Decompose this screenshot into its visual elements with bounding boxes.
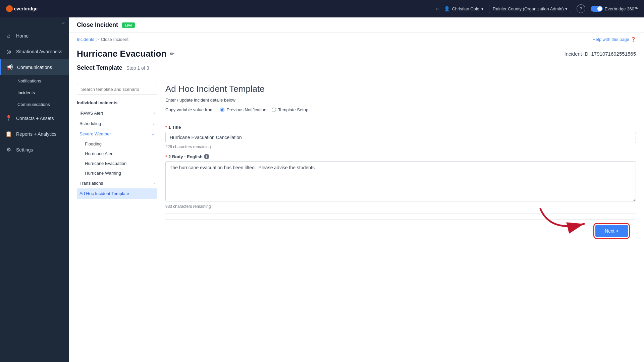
incident-title-text: Hurricane Evacuation: [77, 49, 166, 59]
radio-input-previous[interactable]: [220, 108, 224, 112]
sidebar-sub-notifications[interactable]: Notifications: [0, 75, 69, 87]
radio-label-previous: Previous Notification: [226, 107, 266, 112]
tree-child-flooding[interactable]: Flooding: [82, 139, 157, 149]
bottom-divider: [165, 214, 636, 214]
select-template-label: Select Template: [77, 64, 122, 71]
tree-item-severe-weather[interactable]: Severe Weather ⌄: [77, 129, 157, 139]
body-textarea[interactable]: The hurricane evacuation has been lifted…: [165, 161, 636, 201]
breadcrumb-incidents[interactable]: Incidents: [77, 37, 94, 42]
radio-label-template: Template Setup: [278, 107, 308, 112]
home-icon: ⌂: [5, 33, 12, 39]
right-panel: Ad Hoc Incident Template Enter / update …: [165, 84, 636, 242]
sidebar-label-reports-analytics: Reports + Analytics: [16, 131, 56, 137]
body-chars-remaining: 930 characters remaining: [165, 204, 636, 209]
page-title-row: Hurricane Evacuation ✏ Incident ID: 1791…: [69, 46, 644, 64]
org-dropdown-icon: ▾: [565, 6, 568, 11]
radio-input-template[interactable]: [272, 108, 276, 112]
select-template-row: Select Template Step 1 of 3: [69, 64, 644, 77]
scheduling-label: Scheduling: [79, 121, 101, 126]
translations-label: Translations: [79, 181, 103, 186]
step-label: Step 1 of 3: [126, 65, 149, 71]
tree-child-hurricane-warning[interactable]: Hurricane Warning: [82, 168, 157, 178]
ipaws-alert-label: IPAWS Alert: [79, 111, 103, 116]
close-incident-title: Close Incident: [77, 21, 118, 28]
sidebar-sub-incidents[interactable]: Incidents: [0, 87, 69, 99]
svg-point-0: [6, 5, 13, 12]
required-star-body: *: [165, 154, 167, 159]
title-field-label: * 1 Title: [165, 125, 636, 130]
next-button[interactable]: Next >: [595, 225, 628, 237]
incident-header-bar: Close Incident Live: [69, 17, 644, 33]
copy-variable-label: Copy variable value from:: [165, 107, 215, 112]
tree-child-hurricane-evacuation[interactable]: Hurricane Evacuation: [82, 159, 157, 168]
chevron-right-icon: ›: [153, 111, 155, 116]
template-title: Ad Hoc Incident Template: [165, 84, 636, 94]
live-badge: Live: [122, 22, 135, 28]
sidebar-label-situational-awareness: Situational Awareness: [16, 49, 62, 54]
template-desc: Enter / update incident details below: [165, 98, 636, 103]
severe-weather-children: Flooding Hurricane Alert Hurricane Evacu…: [77, 139, 157, 178]
toggle-360[interactable]: [591, 6, 603, 12]
tree-child-hurricane-alert[interactable]: Hurricane Alert: [82, 149, 157, 159]
communications-icon: 📢: [6, 64, 13, 70]
search-input[interactable]: [77, 84, 157, 95]
top-nav-right: » 👤 Christian Cole ▾ Rainier County (Org…: [436, 4, 639, 13]
sidebar-label-home: Home: [16, 33, 29, 39]
radio-template-setup[interactable]: Template Setup: [272, 107, 308, 112]
incident-id: Incident ID: 1791071692551565: [564, 51, 636, 57]
info-icon[interactable]: i: [204, 154, 209, 159]
sidebar-item-settings[interactable]: ⚙ Settings: [0, 142, 69, 158]
sidebar-item-situational-awareness[interactable]: ◎ Situational Awareness: [0, 44, 69, 59]
sidebar-label-settings: Settings: [16, 147, 33, 153]
action-row: Next >: [165, 219, 636, 242]
left-panel: Individual Incidents IPAWS Alert › Sched…: [77, 84, 157, 242]
chevron-down-icon: ⌄: [151, 132, 155, 136]
main-content: Incidents > Close Incident Help with thi…: [69, 33, 644, 362]
radio-previous-notification[interactable]: Previous Notification: [220, 107, 266, 112]
org-name: Rainier County (Organization Admin): [493, 6, 564, 11]
sidebar-sub-communications[interactable]: Communications: [0, 99, 69, 110]
edit-icon[interactable]: ✏: [170, 51, 174, 57]
help-page-link[interactable]: Help with this page ❓: [592, 37, 636, 42]
tree-item-translations[interactable]: Translations ›: [77, 178, 157, 188]
chevron-right-icon-2: ›: [153, 121, 155, 126]
user-icon: 👤: [444, 6, 450, 11]
user-menu[interactable]: 👤 Christian Cole ▾: [444, 6, 484, 11]
sidebar-collapse: «: [0, 17, 69, 28]
radio-group: Previous Notification Template Setup: [220, 107, 308, 112]
copy-variable-row: Copy variable value from: Previous Notif…: [165, 107, 636, 112]
title-label-text: 1 Title: [168, 125, 181, 130]
tree-leaf-ad-hoc[interactable]: Ad Hoc Incident Template: [77, 188, 157, 199]
sidebar-collapse-button[interactable]: «: [62, 20, 65, 25]
svg-text:everbridge: everbridge: [14, 6, 38, 11]
body-field-label: * 2 Body - English i: [165, 154, 636, 159]
page-title: Hurricane Evacuation ✏: [77, 49, 174, 59]
sidebar-item-contacts-assets[interactable]: 📍 Contacts + Assets: [0, 110, 69, 126]
badge-360: Everbridge 360™: [591, 6, 639, 12]
two-column-layout: Individual Incidents IPAWS Alert › Sched…: [69, 77, 644, 249]
severe-weather-label: Severe Weather: [79, 131, 111, 136]
contacts-icon: 📍: [5, 115, 12, 121]
org-selector[interactable]: Rainier County (Organization Admin) ▾: [489, 5, 571, 13]
nav-arrows[interactable]: »: [436, 6, 439, 12]
help-button[interactable]: ?: [577, 4, 585, 13]
body-label-text: 2 Body - English: [168, 154, 203, 159]
tree-item-scheduling[interactable]: Scheduling ›: [77, 118, 157, 129]
sidebar-item-home[interactable]: ⌂ Home: [0, 28, 69, 44]
title-input[interactable]: [165, 132, 636, 143]
main-layout: « ⌂ Home ◎ Situational Awareness 📢 Commu…: [0, 17, 644, 362]
title-chars-remaining: 226 characters remaining: [165, 144, 636, 149]
help-circle-icon: ❓: [631, 37, 636, 42]
breadcrumb-separator: >: [96, 37, 99, 42]
form-divider: [165, 119, 636, 119]
help-page-label: Help with this page: [592, 37, 629, 42]
situational-awareness-icon: ◎: [5, 48, 12, 55]
reports-icon: 📋: [5, 131, 12, 137]
breadcrumb: Incidents > Close Incident Help with thi…: [69, 33, 644, 46]
tree-item-ipaws-alert[interactable]: IPAWS Alert ›: [77, 108, 157, 118]
top-nav: everbridge » 👤 Christian Cole ▾ Rainier …: [0, 0, 644, 17]
sidebar-item-reports-analytics[interactable]: 📋 Reports + Analytics: [0, 126, 69, 142]
required-star-title: *: [165, 125, 167, 130]
sidebar-item-communications[interactable]: 📢 Communications: [0, 59, 69, 75]
logo: everbridge: [5, 3, 46, 14]
